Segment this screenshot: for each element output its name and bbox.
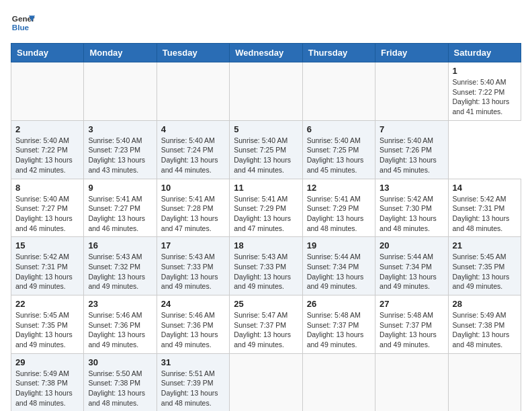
day-number: 19 bbox=[307, 240, 371, 250]
day-detail: Sunrise: 5:42 AMSunset: 7:30 PMDaylight:… bbox=[380, 195, 437, 232]
day-cell-27: 27 Sunrise: 5:48 AMSunset: 7:37 PMDaylig… bbox=[375, 295, 448, 354]
day-cell-25: 25 Sunrise: 5:47 AMSunset: 7:37 PMDaylig… bbox=[230, 295, 302, 354]
empty-cell bbox=[448, 353, 521, 411]
day-number: 24 bbox=[161, 299, 225, 309]
svg-text:Blue: Blue bbox=[12, 23, 30, 32]
day-cell-4: 4 Sunrise: 5:40 AMSunset: 7:24 PMDayligh… bbox=[157, 120, 229, 179]
calendar-table: SundayMondayTuesdayWednesdayThursdayFrid… bbox=[11, 43, 521, 411]
day-detail: Sunrise: 5:42 AMSunset: 7:31 PMDaylight:… bbox=[453, 195, 510, 232]
day-cell-16: 16 Sunrise: 5:43 AMSunset: 7:32 PMDaylig… bbox=[84, 237, 157, 295]
header-tuesday: Tuesday bbox=[157, 44, 229, 62]
empty-cell bbox=[302, 353, 375, 411]
day-detail: Sunrise: 5:49 AMSunset: 7:38 PMDaylight:… bbox=[15, 369, 73, 407]
day-number: 31 bbox=[161, 357, 225, 367]
day-cell-17: 17 Sunrise: 5:43 AMSunset: 7:33 PMDaylig… bbox=[157, 237, 229, 295]
empty-cell bbox=[84, 62, 157, 121]
header-friday: Friday bbox=[375, 44, 448, 62]
day-cell-1: 1 Sunrise: 5:40 AMSunset: 7:22 PMDayligh… bbox=[448, 62, 521, 121]
day-number: 18 bbox=[234, 240, 298, 250]
day-number: 8 bbox=[15, 183, 79, 193]
day-number: 26 bbox=[307, 299, 371, 309]
header-saturday: Saturday bbox=[448, 44, 521, 62]
day-cell-26: 26 Sunrise: 5:48 AMSunset: 7:37 PMDaylig… bbox=[302, 295, 375, 354]
day-cell-21: 21 Sunrise: 5:45 AMSunset: 7:35 PMDaylig… bbox=[448, 237, 521, 295]
day-detail: Sunrise: 5:49 AMSunset: 7:38 PMDaylight:… bbox=[453, 311, 510, 349]
day-cell-6: 6 Sunrise: 5:40 AMSunset: 7:25 PMDayligh… bbox=[302, 120, 375, 179]
calendar-week-row: 22 Sunrise: 5:45 AMSunset: 7:35 PMDaylig… bbox=[11, 295, 521, 354]
day-cell-5: 5 Sunrise: 5:40 AMSunset: 7:25 PMDayligh… bbox=[230, 120, 302, 179]
page-header: General Blue bbox=[11, 11, 521, 35]
day-detail: Sunrise: 5:42 AMSunset: 7:31 PMDaylight:… bbox=[15, 253, 73, 290]
day-number: 16 bbox=[88, 240, 152, 250]
empty-cell bbox=[11, 62, 84, 121]
day-detail: Sunrise: 5:41 AMSunset: 7:29 PMDaylight:… bbox=[307, 195, 364, 232]
day-cell-23: 23 Sunrise: 5:46 AMSunset: 7:36 PMDaylig… bbox=[84, 295, 157, 354]
day-number: 23 bbox=[88, 299, 152, 309]
day-detail: Sunrise: 5:40 AMSunset: 7:26 PMDaylight:… bbox=[380, 136, 437, 174]
empty-cell bbox=[375, 62, 448, 121]
day-cell-19: 19 Sunrise: 5:44 AMSunset: 7:34 PMDaylig… bbox=[302, 237, 375, 295]
empty-cell bbox=[375, 353, 448, 411]
day-number: 21 bbox=[453, 240, 517, 250]
day-number: 20 bbox=[380, 240, 443, 250]
day-cell-30: 30 Sunrise: 5:50 AMSunset: 7:38 PMDaylig… bbox=[84, 353, 157, 411]
day-detail: Sunrise: 5:41 AMSunset: 7:29 PMDaylight:… bbox=[234, 195, 291, 232]
empty-cell bbox=[230, 62, 302, 121]
day-detail: Sunrise: 5:41 AMSunset: 7:27 PMDaylight:… bbox=[88, 195, 145, 232]
calendar-week-row: 29 Sunrise: 5:49 AMSunset: 7:38 PMDaylig… bbox=[11, 353, 521, 411]
day-number: 13 bbox=[380, 183, 443, 193]
day-cell-24: 24 Sunrise: 5:46 AMSunset: 7:36 PMDaylig… bbox=[157, 295, 229, 354]
day-detail: Sunrise: 5:43 AMSunset: 7:33 PMDaylight:… bbox=[161, 253, 218, 290]
calendar-week-row: 2 Sunrise: 5:40 AMSunset: 7:22 PMDayligh… bbox=[11, 120, 521, 179]
day-cell-28: 28 Sunrise: 5:49 AMSunset: 7:38 PMDaylig… bbox=[448, 295, 521, 354]
empty-cell bbox=[157, 62, 229, 121]
header-thursday: Thursday bbox=[302, 44, 375, 62]
day-detail: Sunrise: 5:40 AMSunset: 7:25 PMDaylight:… bbox=[307, 136, 364, 174]
day-detail: Sunrise: 5:43 AMSunset: 7:32 PMDaylight:… bbox=[88, 253, 145, 290]
day-number: 25 bbox=[234, 299, 298, 309]
day-detail: Sunrise: 5:47 AMSunset: 7:37 PMDaylight:… bbox=[234, 311, 291, 349]
day-number: 6 bbox=[307, 124, 371, 134]
calendar-week-row: 8 Sunrise: 5:40 AMSunset: 7:27 PMDayligh… bbox=[11, 179, 521, 237]
day-number: 30 bbox=[88, 357, 152, 367]
day-detail: Sunrise: 5:40 AMSunset: 7:25 PMDaylight:… bbox=[234, 136, 291, 174]
day-cell-15: 15 Sunrise: 5:42 AMSunset: 7:31 PMDaylig… bbox=[11, 237, 84, 295]
day-number: 17 bbox=[161, 240, 225, 250]
empty-cell bbox=[230, 353, 302, 411]
empty-cell bbox=[302, 62, 375, 121]
day-cell-10: 10 Sunrise: 5:41 AMSunset: 7:28 PMDaylig… bbox=[157, 179, 229, 237]
day-number: 3 bbox=[88, 124, 152, 134]
day-cell-2: 2 Sunrise: 5:40 AMSunset: 7:22 PMDayligh… bbox=[11, 120, 84, 179]
day-number: 7 bbox=[380, 124, 443, 134]
day-cell-9: 9 Sunrise: 5:41 AMSunset: 7:27 PMDayligh… bbox=[84, 179, 157, 237]
day-number: 9 bbox=[88, 183, 152, 193]
day-number: 11 bbox=[234, 183, 298, 193]
day-cell-14: 14 Sunrise: 5:42 AMSunset: 7:31 PMDaylig… bbox=[448, 179, 521, 237]
day-number: 22 bbox=[15, 299, 79, 309]
day-detail: Sunrise: 5:44 AMSunset: 7:34 PMDaylight:… bbox=[307, 253, 364, 290]
day-detail: Sunrise: 5:41 AMSunset: 7:28 PMDaylight:… bbox=[161, 195, 218, 232]
day-number: 10 bbox=[161, 183, 225, 193]
day-detail: Sunrise: 5:46 AMSunset: 7:36 PMDaylight:… bbox=[88, 311, 145, 349]
calendar-week-row: 1 Sunrise: 5:40 AMSunset: 7:22 PMDayligh… bbox=[11, 62, 521, 121]
day-detail: Sunrise: 5:48 AMSunset: 7:37 PMDaylight:… bbox=[380, 311, 437, 349]
day-detail: Sunrise: 5:51 AMSunset: 7:39 PMDaylight:… bbox=[161, 369, 218, 407]
day-detail: Sunrise: 5:45 AMSunset: 7:35 PMDaylight:… bbox=[15, 311, 73, 349]
day-cell-22: 22 Sunrise: 5:45 AMSunset: 7:35 PMDaylig… bbox=[11, 295, 84, 354]
day-cell-29: 29 Sunrise: 5:49 AMSunset: 7:38 PMDaylig… bbox=[11, 353, 84, 411]
day-detail: Sunrise: 5:43 AMSunset: 7:33 PMDaylight:… bbox=[234, 253, 291, 290]
day-number: 14 bbox=[453, 183, 517, 193]
logo: General Blue bbox=[11, 11, 35, 35]
day-detail: Sunrise: 5:40 AMSunset: 7:22 PMDaylight:… bbox=[453, 78, 510, 116]
day-number: 28 bbox=[453, 299, 517, 309]
day-cell-3: 3 Sunrise: 5:40 AMSunset: 7:23 PMDayligh… bbox=[84, 120, 157, 179]
day-cell-20: 20 Sunrise: 5:44 AMSunset: 7:34 PMDaylig… bbox=[375, 237, 448, 295]
day-cell-12: 12 Sunrise: 5:41 AMSunset: 7:29 PMDaylig… bbox=[302, 179, 375, 237]
day-detail: Sunrise: 5:44 AMSunset: 7:34 PMDaylight:… bbox=[380, 253, 437, 290]
day-number: 27 bbox=[380, 299, 443, 309]
day-detail: Sunrise: 5:40 AMSunset: 7:27 PMDaylight:… bbox=[15, 195, 73, 232]
day-number: 1 bbox=[453, 66, 517, 76]
header-sunday: Sunday bbox=[11, 44, 84, 62]
day-detail: Sunrise: 5:40 AMSunset: 7:23 PMDaylight:… bbox=[88, 136, 145, 174]
calendar-header-row: SundayMondayTuesdayWednesdayThursdayFrid… bbox=[11, 44, 521, 62]
